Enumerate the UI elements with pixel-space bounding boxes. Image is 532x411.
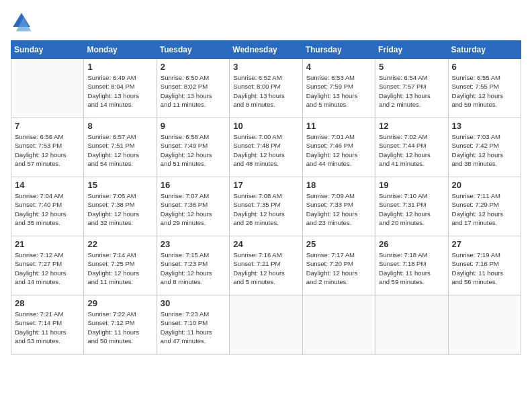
day-number: 25 <box>306 239 371 249</box>
day-number: 7 <box>15 121 80 131</box>
day-number: 30 <box>161 298 226 308</box>
calendar-cell: 11Sunrise: 7:01 AM Sunset: 7:46 PM Dayli… <box>302 118 375 177</box>
day-number: 6 <box>452 62 517 72</box>
day-info: Sunrise: 6:57 AM Sunset: 7:51 PM Dayligh… <box>87 132 152 168</box>
day-number: 17 <box>233 180 298 190</box>
page-header <box>11 11 521 32</box>
day-info: Sunrise: 7:11 AM Sunset: 7:29 PM Dayligh… <box>452 191 517 227</box>
day-info: Sunrise: 7:07 AM Sunset: 7:36 PM Dayligh… <box>161 191 226 227</box>
calendar-cell <box>230 295 302 355</box>
calendar-week-1: 1Sunrise: 6:49 AM Sunset: 8:04 PM Daylig… <box>11 59 521 118</box>
calendar-cell: 20Sunrise: 7:11 AM Sunset: 7:29 PM Dayli… <box>448 177 521 236</box>
calendar-cell: 25Sunrise: 7:17 AM Sunset: 7:20 PM Dayli… <box>302 236 375 295</box>
day-number: 4 <box>306 62 371 72</box>
calendar-cell: 18Sunrise: 7:09 AM Sunset: 7:33 PM Dayli… <box>302 177 375 236</box>
calendar-cell <box>448 295 521 355</box>
calendar-cell <box>375 295 448 355</box>
calendar-cell: 6Sunrise: 6:55 AM Sunset: 7:55 PM Daylig… <box>448 59 521 118</box>
col-header-monday: Monday <box>84 41 157 59</box>
day-info: Sunrise: 7:03 AM Sunset: 7:42 PM Dayligh… <box>452 132 517 168</box>
day-info: Sunrise: 7:05 AM Sunset: 7:38 PM Dayligh… <box>87 191 152 227</box>
day-info: Sunrise: 7:18 AM Sunset: 7:18 PM Dayligh… <box>379 250 444 286</box>
day-info: Sunrise: 6:55 AM Sunset: 7:55 PM Dayligh… <box>452 73 517 109</box>
calendar-cell: 27Sunrise: 7:19 AM Sunset: 7:16 PM Dayli… <box>448 236 521 295</box>
calendar-cell: 5Sunrise: 6:54 AM Sunset: 7:57 PM Daylig… <box>375 59 448 118</box>
logo-icon <box>11 11 32 32</box>
col-header-wednesday: Wednesday <box>230 41 302 59</box>
calendar-cell: 4Sunrise: 6:53 AM Sunset: 7:59 PM Daylig… <box>302 59 375 118</box>
day-number: 19 <box>379 180 444 190</box>
day-info: Sunrise: 7:21 AM Sunset: 7:14 PM Dayligh… <box>15 310 80 345</box>
day-number: 16 <box>161 180 226 190</box>
day-number: 10 <box>233 121 298 131</box>
day-info: Sunrise: 6:54 AM Sunset: 7:57 PM Dayligh… <box>379 73 444 109</box>
day-info: Sunrise: 6:49 AM Sunset: 8:04 PM Dayligh… <box>87 73 152 109</box>
day-info: Sunrise: 7:22 AM Sunset: 7:12 PM Dayligh… <box>87 310 152 345</box>
calendar-cell: 28Sunrise: 7:21 AM Sunset: 7:14 PM Dayli… <box>11 295 84 355</box>
calendar-cell: 12Sunrise: 7:02 AM Sunset: 7:44 PM Dayli… <box>375 118 448 177</box>
col-header-friday: Friday <box>375 41 448 59</box>
calendar-cell: 1Sunrise: 6:49 AM Sunset: 8:04 PM Daylig… <box>84 59 157 118</box>
day-info: Sunrise: 7:04 AM Sunset: 7:40 PM Dayligh… <box>15 191 80 227</box>
day-number: 27 <box>452 239 517 249</box>
day-number: 18 <box>306 180 371 190</box>
day-number: 28 <box>15 298 80 308</box>
logo <box>11 11 35 32</box>
day-info: Sunrise: 7:02 AM Sunset: 7:44 PM Dayligh… <box>379 132 444 168</box>
day-number: 14 <box>15 180 80 190</box>
day-info: Sunrise: 7:16 AM Sunset: 7:21 PM Dayligh… <box>233 250 298 286</box>
day-number: 21 <box>15 239 80 249</box>
col-header-sunday: Sunday <box>11 41 84 59</box>
calendar-cell: 22Sunrise: 7:14 AM Sunset: 7:25 PM Dayli… <box>84 236 157 295</box>
day-info: Sunrise: 7:00 AM Sunset: 7:48 PM Dayligh… <box>233 132 298 168</box>
day-number: 13 <box>452 121 517 131</box>
calendar-week-5: 28Sunrise: 7:21 AM Sunset: 7:14 PM Dayli… <box>11 295 521 355</box>
day-number: 20 <box>452 180 517 190</box>
calendar-cell: 19Sunrise: 7:10 AM Sunset: 7:31 PM Dayli… <box>375 177 448 236</box>
calendar-cell: 26Sunrise: 7:18 AM Sunset: 7:18 PM Dayli… <box>375 236 448 295</box>
calendar-cell: 3Sunrise: 6:52 AM Sunset: 8:00 PM Daylig… <box>230 59 302 118</box>
day-info: Sunrise: 7:10 AM Sunset: 7:31 PM Dayligh… <box>379 191 444 227</box>
calendar-cell: 2Sunrise: 6:50 AM Sunset: 8:02 PM Daylig… <box>157 59 229 118</box>
col-header-tuesday: Tuesday <box>157 41 229 59</box>
calendar-cell <box>11 59 84 118</box>
calendar-cell: 17Sunrise: 7:08 AM Sunset: 7:35 PM Dayli… <box>230 177 302 236</box>
day-number: 5 <box>379 62 444 72</box>
day-info: Sunrise: 7:15 AM Sunset: 7:23 PM Dayligh… <box>161 250 226 286</box>
day-number: 3 <box>233 62 298 72</box>
calendar-cell: 7Sunrise: 6:56 AM Sunset: 7:53 PM Daylig… <box>11 118 84 177</box>
day-number: 23 <box>161 239 226 249</box>
day-number: 29 <box>87 298 152 308</box>
day-number: 15 <box>87 180 152 190</box>
calendar-week-2: 7Sunrise: 6:56 AM Sunset: 7:53 PM Daylig… <box>11 118 521 177</box>
day-number: 11 <box>306 121 371 131</box>
calendar-table: SundayMondayTuesdayWednesdayThursdayFrid… <box>11 40 521 355</box>
calendar-cell: 8Sunrise: 6:57 AM Sunset: 7:51 PM Daylig… <box>84 118 157 177</box>
day-number: 1 <box>87 62 152 72</box>
day-number: 22 <box>87 239 152 249</box>
day-info: Sunrise: 6:56 AM Sunset: 7:53 PM Dayligh… <box>15 132 80 168</box>
day-info: Sunrise: 7:09 AM Sunset: 7:33 PM Dayligh… <box>306 191 371 227</box>
calendar-cell <box>302 295 375 355</box>
calendar-cell: 15Sunrise: 7:05 AM Sunset: 7:38 PM Dayli… <box>84 177 157 236</box>
calendar-cell: 13Sunrise: 7:03 AM Sunset: 7:42 PM Dayli… <box>448 118 521 177</box>
day-number: 2 <box>161 62 226 72</box>
day-info: Sunrise: 7:17 AM Sunset: 7:20 PM Dayligh… <box>306 250 371 286</box>
calendar-cell: 16Sunrise: 7:07 AM Sunset: 7:36 PM Dayli… <box>157 177 229 236</box>
calendar-cell: 14Sunrise: 7:04 AM Sunset: 7:40 PM Dayli… <box>11 177 84 236</box>
calendar-cell: 23Sunrise: 7:15 AM Sunset: 7:23 PM Dayli… <box>157 236 229 295</box>
day-info: Sunrise: 6:50 AM Sunset: 8:02 PM Dayligh… <box>161 73 226 109</box>
day-info: Sunrise: 6:52 AM Sunset: 8:00 PM Dayligh… <box>233 73 298 109</box>
day-number: 12 <box>379 121 444 131</box>
col-header-saturday: Saturday <box>448 41 521 59</box>
calendar-week-3: 14Sunrise: 7:04 AM Sunset: 7:40 PM Dayli… <box>11 177 521 236</box>
day-info: Sunrise: 6:58 AM Sunset: 7:49 PM Dayligh… <box>161 132 226 168</box>
day-info: Sunrise: 7:01 AM Sunset: 7:46 PM Dayligh… <box>306 132 371 168</box>
day-number: 24 <box>233 239 298 249</box>
day-info: Sunrise: 7:23 AM Sunset: 7:10 PM Dayligh… <box>161 310 226 345</box>
calendar-header-row: SundayMondayTuesdayWednesdayThursdayFrid… <box>11 41 521 59</box>
day-number: 8 <box>87 121 152 131</box>
day-number: 26 <box>379 239 444 249</box>
day-info: Sunrise: 7:08 AM Sunset: 7:35 PM Dayligh… <box>233 191 298 227</box>
day-info: Sunrise: 7:19 AM Sunset: 7:16 PM Dayligh… <box>452 250 517 286</box>
